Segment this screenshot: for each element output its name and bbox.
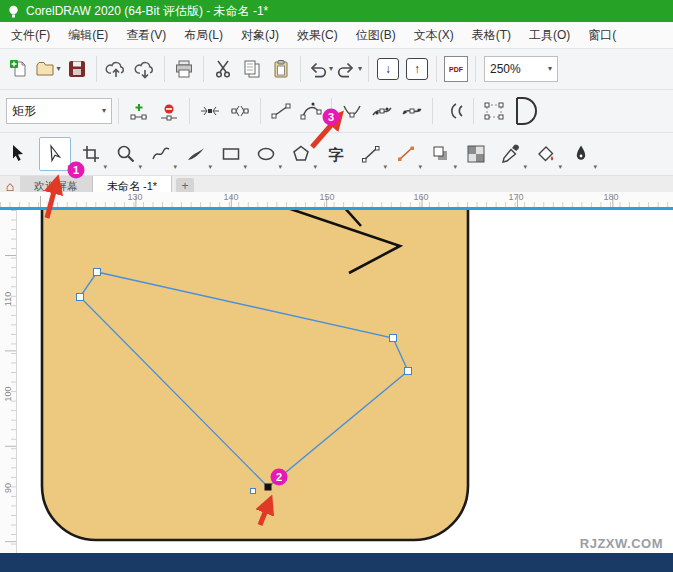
cut-button[interactable] <box>209 54 237 84</box>
shape-tool[interactable]: ▾ <box>39 137 71 171</box>
pdf-icon: PDF <box>444 56 468 82</box>
curve-node[interactable] <box>77 294 84 301</box>
interactive-fill-tool[interactable]: ▾ <box>531 138 561 170</box>
menu-view[interactable]: 查看(V) <box>117 23 175 48</box>
close-curve-button[interactable] <box>510 96 538 126</box>
flyout-caret-icon: ▾ <box>558 163 562 170</box>
text-tool[interactable]: 字 <box>321 138 351 170</box>
ruler-tick: 170 <box>508 192 523 202</box>
select-all-nodes-button[interactable] <box>480 96 508 126</box>
toolbar-separator <box>432 98 433 124</box>
reverse-direction-button[interactable] <box>439 96 467 126</box>
cusp-node-button[interactable] <box>338 96 366 126</box>
menu-file[interactable]: 文件(F) <box>2 23 59 48</box>
menu-table[interactable]: 表格(T) <box>463 23 520 48</box>
break-curve-button[interactable] <box>226 96 254 126</box>
curve-node[interactable] <box>94 269 101 276</box>
shape-preset-combo[interactable]: 矩形 ▾ <box>6 98 112 124</box>
flyout-caret-icon: ▾ <box>593 163 597 170</box>
print-icon <box>174 59 194 79</box>
menu-tools[interactable]: 工具(O) <box>520 23 579 48</box>
artistic-media-tool[interactable]: ▾ <box>181 138 211 170</box>
menu-edit[interactable]: 编辑(E) <box>59 23 117 48</box>
fill-bucket-icon <box>536 144 556 164</box>
transparency-tool[interactable] <box>461 138 491 170</box>
drawing-canvas[interactable] <box>16 210 673 553</box>
dimension-tool[interactable]: ▾ <box>391 138 421 170</box>
polygon-tool[interactable]: ▾ <box>286 138 316 170</box>
crop-tool[interactable]: ▾ <box>76 138 106 170</box>
flyout-caret-icon: ▾ <box>67 163 71 170</box>
flyout-caret-icon: ▾ <box>313 163 317 170</box>
flyout-caret-icon: ▾ <box>138 163 142 170</box>
line-tool[interactable]: ▾ <box>356 138 386 170</box>
publish-pdf-button[interactable]: PDF <box>442 54 470 84</box>
convert-to-line-button[interactable] <box>267 96 295 126</box>
undo-icon <box>307 60 328 79</box>
drop-shadow-tool[interactable]: ▾ <box>426 138 456 170</box>
add-node-button[interactable] <box>125 96 153 126</box>
toolbar-separator <box>436 56 437 82</box>
curve-control-point[interactable] <box>282 476 287 481</box>
curve-node[interactable] <box>405 368 412 375</box>
delete-node-button[interactable] <box>155 96 183 126</box>
redo-button[interactable]: ▾ <box>335 54 363 84</box>
flyout-caret-icon: ▾ <box>103 163 107 170</box>
join-nodes-icon <box>199 102 221 120</box>
import-button[interactable]: ↓ <box>374 54 402 84</box>
selected-curve-node[interactable] <box>265 484 272 491</box>
polygon-icon <box>291 144 311 164</box>
freehand-tool[interactable]: ▾ <box>146 138 176 170</box>
caret-icon: ▾ <box>329 65 333 73</box>
pick-tool[interactable] <box>4 138 34 170</box>
smooth-node-button[interactable] <box>368 96 396 126</box>
title-bar: CorelDRAW 2020 (64-Bit 评估版) - 未命名 -1* <box>0 0 673 22</box>
freehand-icon <box>151 144 171 164</box>
menu-bar: 文件(F) 编辑(E) 查看(V) 布局(L) 对象(J) 效果(C) 位图(B… <box>0 22 673 49</box>
bottom-bar <box>0 553 673 572</box>
pick-arrow-icon <box>9 144 29 164</box>
rectangle-tool[interactable]: ▾ <box>216 138 246 170</box>
menu-effects[interactable]: 效果(C) <box>288 23 347 48</box>
toolbar-separator <box>475 56 476 82</box>
cloud-upload-button[interactable] <box>102 54 130 84</box>
page-boundary-guide <box>0 207 673 210</box>
save-button[interactable] <box>63 54 91 84</box>
join-nodes-button[interactable] <box>196 96 224 126</box>
plus-icon: + <box>182 179 189 193</box>
undo-button[interactable]: ▾ <box>306 54 334 84</box>
delete-node-icon <box>158 102 180 121</box>
zoom-level-combo[interactable]: 250% ▾ <box>484 56 558 82</box>
flyout-caret-icon: ▾ <box>418 163 422 170</box>
vertical-ruler[interactable]: 110 100 90 <box>0 210 17 553</box>
print-button[interactable] <box>170 54 198 84</box>
symmetric-node-button[interactable] <box>398 96 426 126</box>
ellipse-tool[interactable]: ▾ <box>251 138 281 170</box>
horizontal-ruler[interactable]: 130 140 150 160 170 180 <box>0 192 673 208</box>
export-arrow-icon: ↑ <box>406 58 428 80</box>
eyedropper-tool[interactable]: ▾ <box>496 138 526 170</box>
open-file-button[interactable]: ▾ <box>34 54 62 84</box>
copy-button[interactable] <box>238 54 266 84</box>
menu-bitmaps[interactable]: 位图(B) <box>347 23 405 48</box>
menu-object[interactable]: 对象(J) <box>232 23 288 48</box>
new-tab-button[interactable]: + <box>176 178 194 193</box>
outline-pen-tool[interactable]: ▾ <box>566 138 596 170</box>
menu-layout[interactable]: 布局(L) <box>175 23 232 48</box>
cloud-download-button[interactable] <box>131 54 159 84</box>
toolbar-separator <box>96 56 97 82</box>
rectangle-icon <box>221 144 241 164</box>
new-document-button[interactable] <box>5 54 33 84</box>
convert-to-curve-button[interactable] <box>297 96 325 126</box>
paste-icon <box>271 59 291 79</box>
zoom-tool[interactable]: ▾ <box>111 138 141 170</box>
export-button[interactable]: ↑ <box>403 54 431 84</box>
ruler-tick: 130 <box>127 192 142 202</box>
curve-node[interactable] <box>390 335 397 342</box>
paste-button[interactable] <box>267 54 295 84</box>
menu-text[interactable]: 文本(X) <box>405 23 463 48</box>
ruler-tick: 150 <box>319 192 334 202</box>
curve-control-point[interactable] <box>251 489 256 494</box>
menu-window[interactable]: 窗口( <box>579 23 625 48</box>
transparency-checkerboard-icon <box>466 144 486 164</box>
